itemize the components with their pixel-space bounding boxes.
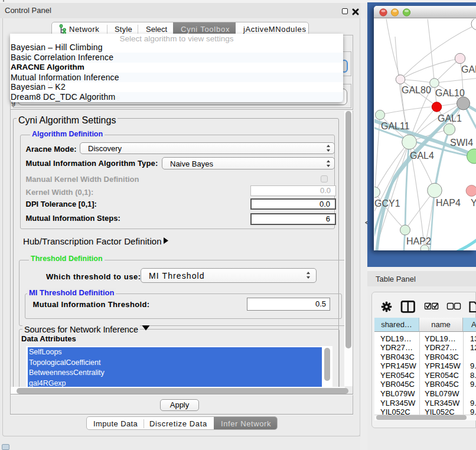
svg-text:GAL11: GAL11 [381, 121, 410, 131]
svg-text:HAP4: HAP4 [436, 198, 461, 208]
svg-text:SWI4: SWI4 [450, 138, 473, 148]
svg-text:GCY1: GCY1 [374, 198, 400, 208]
svg-text:GAL1: GAL1 [438, 113, 462, 123]
svg-text:GAL80: GAL80 [402, 85, 431, 95]
svg-text:GAL7: GAL7 [461, 64, 476, 74]
svg-text:GAL4: GAL4 [410, 151, 434, 161]
svg-text:HAP2: HAP2 [406, 236, 431, 246]
svg-text:Y: Y [471, 198, 476, 208]
svg-text:GAL10: GAL10 [435, 88, 465, 98]
